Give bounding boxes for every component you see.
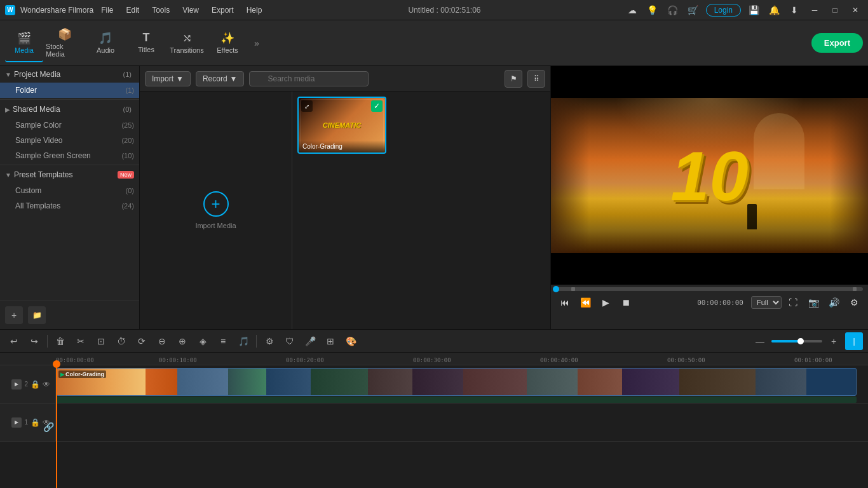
- toolbar-item-transitions[interactable]: ⤭ Transitions: [168, 24, 206, 62]
- save-icon[interactable]: 💾: [746, 3, 761, 18]
- track-2-icon: ▶: [11, 379, 22, 390]
- sidebar-item-custom[interactable]: Custom (0): [0, 183, 139, 198]
- zoom-out-button[interactable]: —: [751, 332, 769, 350]
- audio-sub-strip: [56, 396, 857, 403]
- sidebar-item-all-templates[interactable]: All Templates (24): [0, 198, 139, 214]
- thumb-name: Color-Grading: [302, 143, 342, 150]
- folder-label: Folder: [15, 86, 126, 95]
- toolbar-item-effects[interactable]: ✨ Effects: [208, 24, 247, 62]
- preset-templates-title: Preset Templates: [14, 170, 112, 179]
- media-thumb-color-grading[interactable]: CINEMATIC ⤢ ✓ Color-Grading: [297, 97, 386, 154]
- transform-button[interactable]: ◈: [194, 332, 212, 350]
- toolbar-item-audio[interactable]: 🎵 Audio: [86, 24, 125, 62]
- preset-templates-header[interactable]: ▼ Preset Templates New: [0, 166, 139, 183]
- strip-seg-4: [177, 369, 228, 395]
- zoom-select[interactable]: Full: [751, 296, 782, 309]
- search-input[interactable]: [249, 71, 369, 86]
- filter-icon: ⚑: [510, 74, 517, 83]
- mic-button[interactable]: 🎤: [301, 332, 319, 350]
- connect-tracks-button[interactable]: 🔗: [39, 418, 57, 436]
- minimize-button[interactable]: ─: [807, 3, 822, 18]
- skip-back-button[interactable]: ⏮: [556, 294, 574, 311]
- progress-handle[interactable]: [553, 286, 559, 292]
- snap-button[interactable]: |: [845, 332, 863, 350]
- login-button[interactable]: Login: [706, 4, 741, 17]
- zoom-handle[interactable]: [797, 338, 804, 344]
- toolbar-item-media[interactable]: 🎬 Media: [5, 24, 43, 62]
- track-1-lock[interactable]: 🔒: [31, 418, 40, 427]
- stock-icon: 📦: [58, 27, 72, 41]
- split-button[interactable]: ⊖: [153, 332, 171, 350]
- ruler-mark-6: 00:01:00:00: [794, 357, 832, 363]
- close-button[interactable]: ✕: [848, 3, 863, 18]
- project-media-header[interactable]: ▼ Project Media (1): [0, 66, 139, 83]
- menu-view[interactable]: View: [180, 4, 201, 16]
- filter-button[interactable]: ⚑: [505, 70, 522, 88]
- export-button[interactable]: Export: [811, 33, 863, 53]
- rotate-button[interactable]: ⟳: [133, 332, 151, 350]
- strip-seg-14: [679, 369, 756, 395]
- bulb-icon[interactable]: 💡: [645, 3, 660, 18]
- headset-icon[interactable]: 🎧: [665, 3, 681, 18]
- tl-sep-1: [47, 335, 48, 348]
- grid-view-button[interactable]: ⠿: [527, 70, 545, 88]
- menu-edit[interactable]: Edit: [124, 4, 142, 16]
- adjust-button[interactable]: ≡: [214, 332, 232, 350]
- shop-icon[interactable]: 🛒: [686, 3, 701, 18]
- media-panel: Import ▼ Record ▼ 🔍 ⚑ ⠿ + Import: [140, 66, 550, 329]
- title-bar-right: ☁ 💡 🎧 🛒 Login 💾 🔔 ⬇ ─ □ ✕: [625, 3, 863, 18]
- crop-button[interactable]: ⊡: [92, 332, 110, 350]
- shared-media-header[interactable]: ▶ Shared Media (0): [0, 101, 139, 118]
- add-media-button[interactable]: +: [5, 306, 23, 324]
- import-drop-area[interactable]: + Import Media: [140, 92, 292, 329]
- toolbar-item-titles[interactable]: T Titles: [127, 24, 165, 62]
- ruler-mark-4: 00:00:40:00: [540, 357, 578, 363]
- import-label-text: Import Media: [195, 222, 236, 229]
- sidebar-item-sample-green[interactable]: Sample Green Screen (10): [0, 148, 139, 163]
- maximize-button[interactable]: □: [827, 3, 843, 18]
- redo-button[interactable]: ↪: [25, 332, 43, 350]
- menu-help[interactable]: Help: [244, 4, 265, 16]
- search-wrapper: 🔍: [249, 71, 499, 86]
- sidebar-item-sample-color[interactable]: Sample Color (25): [0, 118, 139, 133]
- toolbar-item-stock[interactable]: 📦 Stock Media: [46, 24, 84, 62]
- sidebar-item-sample-video[interactable]: Sample Video (20): [0, 133, 139, 148]
- cloud-icon[interactable]: ☁: [625, 3, 640, 18]
- zoom-in-button[interactable]: +: [825, 332, 843, 350]
- frame-back-button[interactable]: ⏪: [576, 294, 594, 311]
- ruler-mark-5: 00:00:50:00: [667, 357, 705, 363]
- delete-button[interactable]: 🗑: [51, 332, 69, 350]
- volume-button[interactable]: 🔊: [825, 294, 843, 311]
- duration-button[interactable]: ⊕: [173, 332, 191, 350]
- import-button[interactable]: Import ▼: [145, 71, 191, 86]
- download-icon[interactable]: ⬇: [787, 3, 802, 18]
- color-button[interactable]: 🎨: [342, 332, 360, 350]
- menu-export[interactable]: Export: [209, 4, 236, 16]
- speed-button[interactable]: ⏱: [112, 332, 130, 350]
- video-clip-strip[interactable]: ▶ Color-Grading: [56, 368, 857, 396]
- playhead[interactable]: [56, 365, 57, 488]
- screenshot-button[interactable]: 📷: [804, 294, 822, 311]
- zoom-slider[interactable]: [771, 340, 822, 342]
- cut-button[interactable]: ✂: [72, 332, 90, 350]
- ai-enhance-button[interactable]: ⚙: [261, 332, 278, 350]
- track-row-1: ▶ 1 🔒 👁: [0, 403, 868, 442]
- add-folder-button[interactable]: 📁: [28, 306, 46, 324]
- progress-bar[interactable]: [556, 287, 863, 291]
- play-button[interactable]: ▶: [597, 294, 614, 311]
- more-button[interactable]: ⊞: [322, 332, 339, 350]
- toolbar-expand-button[interactable]: »: [249, 24, 264, 62]
- notifications-icon[interactable]: 🔔: [766, 3, 782, 18]
- audio-tl-button[interactable]: 🎵: [234, 332, 252, 350]
- menu-tools[interactable]: Tools: [149, 4, 172, 16]
- mask-button[interactable]: 🛡: [281, 332, 299, 350]
- settings-button[interactable]: ⚙: [845, 294, 863, 311]
- track-2-lock[interactable]: 🔒: [31, 380, 40, 389]
- ruler-mark-3: 00:00:30:00: [413, 357, 451, 363]
- sidebar-item-folder[interactable]: Folder (1): [0, 83, 139, 98]
- menu-file[interactable]: File: [98, 4, 116, 16]
- record-button[interactable]: Record ▼: [196, 71, 245, 86]
- stop-button[interactable]: ⏹: [617, 294, 635, 311]
- undo-button[interactable]: ↩: [5, 332, 23, 350]
- fullscreen-button[interactable]: ⛶: [784, 294, 802, 311]
